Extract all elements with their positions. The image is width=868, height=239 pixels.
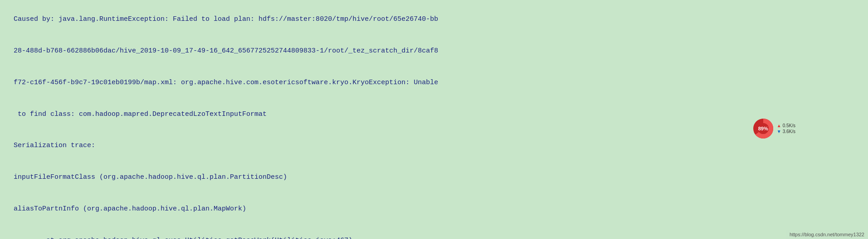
download-arrow-icon: ▼ [777, 129, 781, 134]
donut-chart: 89% [751, 117, 775, 140]
error-line-1: Caused by: java.lang.RuntimeException: F… [14, 15, 438, 23]
download-speed: 3.6K/s [783, 129, 795, 134]
error-line-4: to find class: com.hadoop.mapred.Depreca… [14, 110, 267, 118]
error-line-2: 28-488d-b768-662886b06dac/hive_2019-10-0… [14, 47, 438, 55]
speed-info: ▲ 0.5K/s ▼ 3.6K/s [777, 123, 795, 134]
upload-speed: 0.5K/s [783, 123, 795, 128]
error-line-3: f72-c16f-456f-b9c7-19c01eb0199b/map.xml:… [14, 79, 438, 86]
error-log: Caused by: java.lang.RuntimeException: F… [0, 0, 868, 239]
error-line-5: Serialization trace: [14, 142, 95, 149]
progress-percent: 89% [758, 126, 768, 131]
progress-widget[interactable]: 89% ▲ 0.5K/s ▼ 3.6K/s [751, 117, 795, 140]
error-line-7: aliasToPartnInfo (org.apache.hadoop.hive… [14, 205, 246, 213]
upload-arrow-icon: ▲ [777, 123, 781, 128]
bottom-url-bar: https://blog.csdn.net/tommey1322 [786, 230, 868, 239]
download-speed-row: ▼ 3.6K/s [777, 129, 795, 134]
error-line-8: at org.apache.hadoop.hive.ql.exec.Utilit… [14, 237, 352, 239]
upload-speed-row: ▲ 0.5K/s [777, 123, 795, 128]
page-url: https://blog.csdn.net/tommey1322 [790, 232, 864, 237]
error-line-6: inputFileFormatClass (org.apache.hadoop.… [14, 173, 287, 181]
